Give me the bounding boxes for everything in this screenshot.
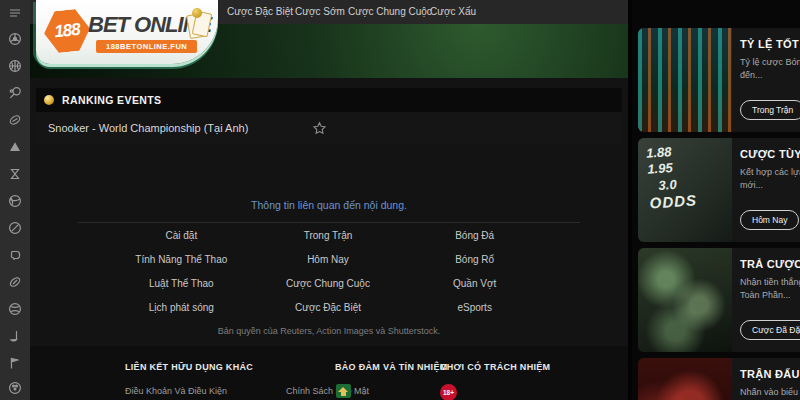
footer-privacy-link[interactable]: Chính Sách Bảo Mật: [286, 386, 369, 396]
link-lich-phat-song[interactable]: Lịch phát sóng: [108, 302, 255, 313]
odds-values: 1.88 1.95 3.0 ODDS: [646, 142, 698, 213]
snooker-icon[interactable]: [8, 140, 22, 154]
hourglass-icon[interactable]: [8, 167, 22, 181]
rugby-icon[interactable]: [8, 275, 22, 289]
promo-description: Nhận tiền thắng trước Cược Sớm Toàn Phần…: [740, 276, 800, 302]
logo-domain: 188BETONLINE.FUN: [96, 40, 197, 53]
in-play-button[interactable]: Trong Trận: [740, 100, 800, 120]
ranking-events-title: RANKING EVENTS: [62, 94, 162, 106]
nav-cuoc-som[interactable]: Cược Sớm: [295, 6, 345, 17]
gold-medal-icon: [44, 95, 54, 105]
boxing-icon[interactable]: [8, 248, 22, 262]
menu-icon[interactable]: [8, 6, 22, 20]
link-cai-dat[interactable]: Cài đặt: [108, 230, 255, 241]
football-icon[interactable]: [8, 32, 22, 46]
link-luat-the-thao[interactable]: Luật Thể Thao: [108, 278, 255, 289]
promo-card-best-odds[interactable]: TỶ LỆ TỐT NHẤT Tỷ lệ cược Bóng đá tốt nh…: [638, 28, 800, 132]
promo-card-early-payout[interactable]: TRẢ CƯỢC SỚM Nhận tiền thắng trước Cược …: [638, 248, 800, 352]
main-content: Cược Đặc Biệt Cược Sớm Cược Chung Cuộc C…: [30, 0, 628, 400]
link-hom-nay[interactable]: Hôm Nay: [255, 254, 402, 265]
promo-description: Kết hợp các lựa chọn để tạo vé cược mới.…: [740, 166, 800, 192]
handball-icon[interactable]: [8, 302, 22, 316]
odds-chart-image: [638, 28, 732, 132]
favorite-star-icon[interactable]: [312, 121, 327, 136]
nav-cuoc-chung-cuoc[interactable]: Cược Chung Cuộc: [348, 6, 432, 17]
link-cuoc-dac-biet[interactable]: Cược Đặc Biệt: [255, 302, 402, 313]
link-cuoc-chung-cuoc[interactable]: Cược Chung Cuộc: [255, 278, 402, 289]
sports-sidebar: [0, 0, 30, 400]
tennis-icon[interactable]: [8, 86, 22, 100]
nav-cuoc-xau[interactable]: Cược Xấu: [430, 6, 476, 17]
nav-cuoc-dac-biet[interactable]: Cược Đặc Biệt: [227, 6, 293, 17]
footer-responsible-heading: CHƠI CÓ TRÁCH NHIỆM: [440, 362, 550, 372]
placed-bets-button[interactable]: Cược Đã Đặt: [740, 320, 800, 340]
link-esports[interactable]: eSports: [401, 302, 548, 313]
link-tinh-nang-the-thao[interactable]: Tính Năng Thể Thao: [108, 254, 255, 265]
cricket-icon[interactable]: [8, 221, 22, 235]
footer-terms-link[interactable]: Điều Khoản Và Điều Kiện: [125, 386, 227, 396]
bowling-icon[interactable]: [8, 381, 22, 395]
promo-title: CƯỢC TÙY CHỈNH: [740, 148, 800, 160]
playing-cards-icon: [186, 8, 212, 44]
logo-hexagon: 188: [42, 8, 92, 55]
copyright-text: Bản quyền của Reuters, Action Images và …: [30, 326, 628, 336]
promo-title: TRẢ CƯỢC SỚM: [740, 258, 800, 270]
promo-panel: TỶ LỆ TỐT NHẤT Tỷ lệ cược Bóng đá tốt nh…: [632, 0, 800, 400]
divider: [78, 222, 580, 223]
promo-description: Tỷ lệ cược Bóng đá tốt nhất. Kết hợp đến…: [740, 56, 800, 82]
flag-icon[interactable]: [8, 356, 22, 370]
golf-icon[interactable]: [8, 329, 22, 343]
footer-trust-heading: BẢO ĐẢM VÀ TÍN NHIỆM: [335, 362, 448, 372]
today-button[interactable]: Hôm Nay: [740, 210, 799, 230]
money-image: [638, 248, 732, 352]
promo-description: Nhấn vào biểu tượng trận đấu yêu thích..…: [740, 386, 800, 400]
age-18-badge-icon: 18+: [440, 384, 457, 400]
footer: LIÊN KẾT HỮU DỤNG KHÁC Điều Khoản Và Điề…: [30, 346, 628, 400]
ranking-events-bar: RANKING EVENTS: [36, 88, 622, 112]
footer-useful-heading: LIÊN KẾT HỮU DỤNG KHÁC: [125, 362, 253, 372]
related-info-link[interactable]: Thông tin liên quan đến nội dung.: [30, 199, 628, 211]
event-name[interactable]: Snooker - World Championship (Tại Anh): [48, 122, 248, 134]
basketball-icon[interactable]: [8, 59, 22, 73]
page: Cược Đặc Biệt Cược Sớm Cược Chung Cuộc C…: [0, 0, 800, 400]
link-quan-vot[interactable]: Quần Vợt: [401, 278, 548, 289]
event-row[interactable]: Snooker - World Championship (Tại Anh): [36, 112, 622, 144]
odds-board-image: 1.88 1.95 3.0 ODDS: [638, 138, 732, 242]
promo-title: TRẬN ĐẤU CỦA TÔI: [740, 368, 800, 380]
football-players-image: [638, 358, 732, 400]
baseball-icon[interactable]: [8, 113, 22, 127]
volleyball-icon[interactable]: [8, 194, 22, 208]
related-links-grid: Cài đặt Trong Trận Bóng Đá Tính Năng Thể…: [108, 230, 548, 313]
trust-seal-icon[interactable]: [336, 384, 351, 398]
promo-title: TỶ LỆ TỐT NHẤT: [740, 38, 800, 50]
logo-number: 188: [53, 20, 80, 43]
brand-logo[interactable]: 188 BET ONLINE 188BETONLINE.FUN: [36, 0, 218, 64]
link-bong-da[interactable]: Bóng Đá: [401, 230, 548, 241]
promo-card-my-matches[interactable]: TRẬN ĐẤU CỦA TÔI Nhấn vào biểu tượng trậ…: [638, 358, 800, 400]
link-trong-tran[interactable]: Trong Trận: [255, 230, 402, 241]
promo-card-bet-builder[interactable]: 1.88 1.95 3.0 ODDS CƯỢC TÙY CHỈNH Kết hợ…: [638, 138, 800, 242]
link-bong-ro[interactable]: Bóng Rổ: [401, 254, 548, 265]
